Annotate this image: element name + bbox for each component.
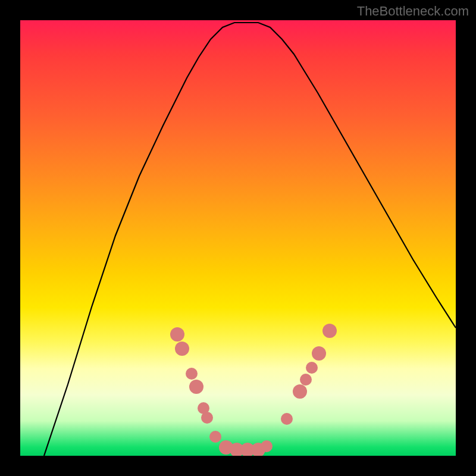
chart-marker	[175, 342, 189, 356]
chart-curve	[20, 20, 456, 456]
chart-marker	[201, 412, 213, 424]
chart-marker	[322, 324, 337, 338]
chart-marker	[312, 346, 326, 361]
chart-marker	[170, 327, 184, 342]
chart-marker	[281, 413, 293, 425]
chart-marker	[189, 380, 203, 394]
chart-marker	[300, 374, 312, 386]
chart-plot-area	[20, 20, 456, 456]
chart-marker	[261, 440, 273, 452]
chart-marker	[293, 384, 307, 399]
chart-marker	[209, 431, 221, 443]
chart-marker	[306, 362, 318, 374]
watermark-text: TheBottleneck.com	[357, 4, 469, 19]
chart-marker	[186, 368, 198, 380]
